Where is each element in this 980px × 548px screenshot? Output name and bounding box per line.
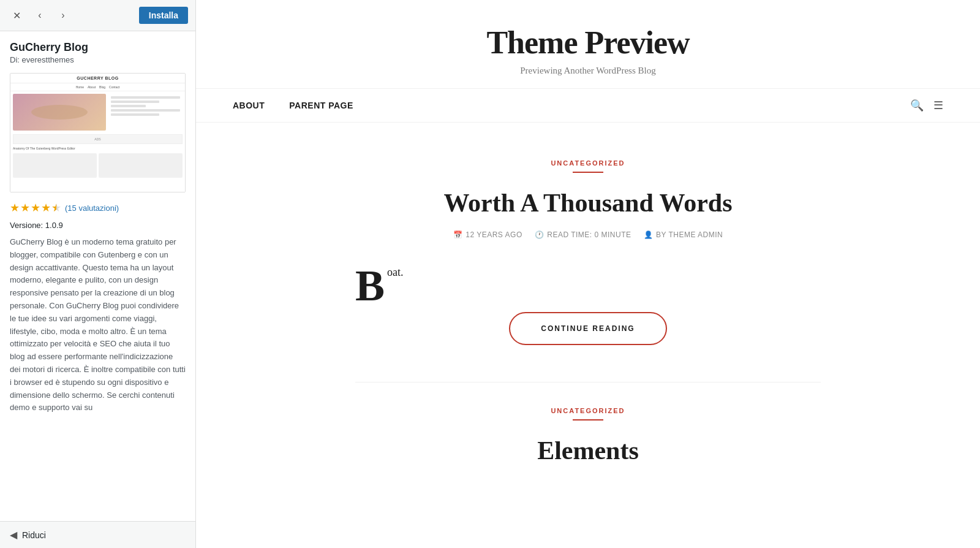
drop-cap: B <box>355 268 385 304</box>
post-2: UNCATEGORIZED Elements <box>355 407 821 466</box>
star-rating: ★ ★ ★ ★ ★ ★ <box>10 201 61 215</box>
post-2-category: UNCATEGORIZED <box>355 407 821 425</box>
forward-button[interactable]: › <box>54 6 72 25</box>
forward-icon: › <box>61 10 64 21</box>
star-3: ★ <box>31 201 40 215</box>
preview-site-header: Theme Preview Previewing Another WordPre… <box>196 0 980 89</box>
install-button[interactable]: Installa <box>139 7 188 24</box>
calendar-icon: 📅 <box>453 230 463 239</box>
star-1: ★ <box>10 201 20 215</box>
star-4: ★ <box>41 201 51 215</box>
nav-link-parent-page[interactable]: PARENT PAGE <box>289 101 353 110</box>
post-date-label: 12 YEARS AGO <box>466 230 522 239</box>
nav-link-about[interactable]: ABOUT <box>233 101 265 110</box>
author-icon: 👤 <box>644 230 654 239</box>
right-panel: Theme Preview Previewing Another WordPre… <box>196 0 980 548</box>
collapse-label: Riduci <box>22 530 46 540</box>
post-readtime-label: READ TIME: 0 MINUTE <box>547 230 631 239</box>
post-meta-date: 📅 12 YEARS AGO <box>453 230 522 239</box>
close-icon: ✕ <box>13 10 21 21</box>
preview-main: UNCATEGORIZED Worth A Thousand Words 📅 1… <box>343 123 833 503</box>
back-icon: ‹ <box>38 10 41 21</box>
post-2-title: Elements <box>355 435 821 466</box>
preview-nav: ABOUT PARENT PAGE 🔍 ☰ <box>196 89 980 123</box>
star-2: ★ <box>20 201 30 215</box>
post-1-title: Worth A Thousand Words <box>355 188 821 218</box>
panel-footer[interactable]: ◀ Riduci <box>0 521 195 548</box>
search-icon[interactable]: 🔍 <box>910 99 924 112</box>
theme-description: GuCherry Blog è un moderno tema gratuito… <box>10 236 186 414</box>
close-button[interactable]: ✕ <box>7 6 26 25</box>
menu-icon[interactable]: ☰ <box>933 99 943 112</box>
post-meta-author: 👤 BY THEME ADMIN <box>644 230 723 239</box>
back-button[interactable]: ‹ <box>31 6 49 25</box>
site-title: Theme Preview <box>208 25 968 61</box>
site-tagline: Previewing Another WordPress Blog <box>208 66 968 76</box>
post-divider <box>355 382 821 382</box>
post-1-category: UNCATEGORIZED <box>355 159 821 178</box>
theme-screenshot: GUCHERRY BLOG HomeAboutBlogContact ADS A <box>10 73 186 192</box>
version-label: Versione: 1.0.9 <box>10 221 186 230</box>
post-1-meta: 📅 12 YEARS AGO 🕐 READ TIME: 0 MINUTE 👤 B… <box>355 230 821 239</box>
theme-author: Di: everestthemes <box>10 55 186 64</box>
toolbar: ✕ ‹ › Installa <box>0 0 195 31</box>
panel-content: GuCherry Blog Di: everestthemes GUCHERRY… <box>0 31 195 521</box>
post-1: UNCATEGORIZED Worth A Thousand Words 📅 1… <box>355 159 821 345</box>
clock-icon: 🕐 <box>535 230 545 239</box>
collapse-icon: ◀ <box>10 529 17 541</box>
post-1-excerpt: Boat. <box>355 264 821 281</box>
nav-icons: 🔍 ☰ <box>910 99 943 112</box>
rating-link[interactable]: (15 valutazioni) <box>65 204 119 213</box>
left-panel: ✕ ‹ › Installa GuCherry Blog Di: everest… <box>0 0 196 548</box>
theme-name: GuCherry Blog <box>10 41 186 54</box>
post-author-label: BY THEME ADMIN <box>656 230 723 239</box>
post-meta-readtime: 🕐 READ TIME: 0 MINUTE <box>535 230 631 239</box>
continue-reading-button[interactable]: CONTINUE READING <box>509 312 666 345</box>
nav-links: ABOUT PARENT PAGE <box>233 101 910 110</box>
excerpt-text: oat. <box>387 266 404 278</box>
rating-row: ★ ★ ★ ★ ★ ★ (15 valutazioni) <box>10 201 186 215</box>
star-half-5: ★ ★ <box>51 201 61 215</box>
